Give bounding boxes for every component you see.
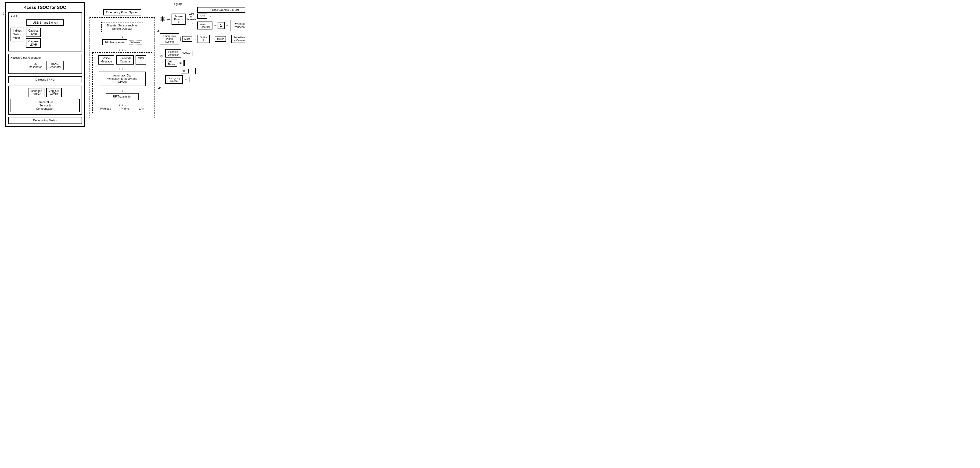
bottom-labels: Wireless Phone LAN bbox=[95, 107, 150, 110]
right-bottom-section: 4c Portable Computer WMAX Cell Phone 3G … bbox=[160, 49, 245, 84]
disaster-sensor-box: Disaater Sensor such as Smoke Detector bbox=[101, 22, 143, 32]
arrow-motor-surveillance: → bbox=[227, 37, 230, 41]
temp-sensor-box: Temperature Sensor & Compensation bbox=[11, 99, 80, 112]
three-col: Voice Message DualMode Camera GPS bbox=[95, 55, 150, 65]
pmu-section: PMU USB Smart Switch Indless Switch Mode… bbox=[8, 13, 82, 51]
wireless-bottom-label: Wireless bbox=[100, 107, 111, 110]
portable-computer-box: Portable Computer bbox=[165, 49, 181, 58]
arrow-gps-sigma: → bbox=[208, 14, 212, 18]
double-line-cell bbox=[183, 60, 185, 66]
arrow-moto-optical: → bbox=[193, 37, 197, 41]
emergency-pump-system-box: Emergency Pump System bbox=[160, 33, 179, 45]
phone-label: Phone bbox=[121, 107, 129, 110]
double-line-emergency bbox=[189, 77, 190, 82]
right-side-components: Phase Call Auto-Dial List GPS → Voice Re… bbox=[197, 7, 245, 31]
bottom-devices: Portable Computer WMAX Cell Phone 3G 911… bbox=[165, 49, 196, 84]
label-4-4m: 4 (4m) bbox=[173, 2, 245, 6]
motor-box: Motor bbox=[215, 36, 226, 42]
wireless-transceiver-box: Wireless Transceiver bbox=[230, 20, 245, 31]
emergency-notice-box: Emergency Notice bbox=[165, 75, 183, 84]
arrow-pump-moto: | bbox=[180, 37, 181, 41]
arrow-to-emergency: ← bbox=[184, 78, 188, 81]
xtaless-section: Xtaless Clock Generator LC Resonator RC/… bbox=[8, 54, 82, 74]
label-4: 4 bbox=[2, 2, 5, 16]
right-block: 4 (4m) ✳ → Smoke Detecto r Wire or Wirel… bbox=[160, 2, 245, 84]
capfree-ldvr-box: Capfree LDVR bbox=[26, 38, 41, 48]
arrow-sigma-transceiver: → bbox=[226, 24, 229, 27]
right-row-2: Emergency Pump System | Moto → Optica l … bbox=[160, 33, 245, 45]
wmax-label: WMAX bbox=[183, 52, 191, 55]
arrow-4: ↓ bbox=[95, 88, 150, 93]
gps-middle-box: GPS bbox=[135, 55, 146, 65]
inner-dashed-box: Voice Message DualMode Camera GPS ↓ ↓ ↓ … bbox=[92, 53, 152, 113]
dualmode-camera-box: DualMode Camera bbox=[116, 55, 134, 65]
arrow-fire-smoke: → bbox=[166, 17, 170, 22]
optical-box: Optica l bbox=[197, 35, 210, 43]
rf-transmitter-box: RF Transmitter bbox=[106, 93, 138, 100]
911-row: 911 ← bbox=[165, 68, 196, 74]
cell-phone-box: Cell Phone bbox=[165, 59, 177, 67]
emergency-pump-top-box: Emergency Pump System bbox=[103, 10, 142, 16]
emergency-notice-row: Emergency Notice ← bbox=[165, 75, 196, 84]
lan-label: LAN bbox=[139, 107, 144, 110]
gps-right-box: GPS bbox=[197, 14, 207, 19]
lc-resonator-box: LC Resonator bbox=[27, 61, 44, 70]
arrow-wire-wireless: → bbox=[189, 21, 194, 26]
right-row-1: ✳ → Smoke Detecto r Wire or Wireless → P… bbox=[160, 7, 245, 31]
rc-ic-resonator-box: RC/IC Resonator bbox=[46, 61, 64, 70]
arrow-5: ↓ ↓ ↓ bbox=[95, 102, 150, 107]
arrow-1: ↓ bbox=[92, 35, 152, 39]
fire-icon: ✳ bbox=[160, 16, 165, 23]
arrow-3: ↓ ↓ ↓ bbox=[95, 67, 150, 71]
moto-box: Moto bbox=[182, 36, 192, 42]
arrow-voice-sigma: → bbox=[213, 24, 217, 27]
right-top-diagram: 4 (4m) ✳ → Smoke Detecto r Wire or Wirel… bbox=[160, 2, 245, 45]
surveillance-camera-box: Surveillanc e Camera bbox=[231, 35, 245, 43]
voice-recorder-box: Voice Recorder bbox=[197, 22, 212, 29]
middle-block: 4m 4b Disaater Sensor such as Smoke Dete… bbox=[89, 17, 155, 118]
arrow-to-911: ← bbox=[190, 69, 193, 73]
3g-label: 3G bbox=[178, 62, 182, 64]
debouncing-switch-box: Debouncing Switch bbox=[8, 117, 82, 124]
911-box: 911 bbox=[181, 69, 189, 73]
rf-transceiver-box: RF Transceiver bbox=[102, 39, 127, 45]
auto-dial-box: Automatic Dial Wireless/Internet/Phone W… bbox=[99, 72, 146, 86]
middle-block-wrapper: Emergency Pump System 4m 4b Disaater Sen… bbox=[89, 10, 155, 118]
indless-switch-mode-box: Indless Switch Mode bbox=[11, 27, 24, 42]
arrow-2: ↓ ↓ ↓ bbox=[92, 48, 152, 52]
left-block: 4Less TSOC for SOC PMU USB Smart Switch … bbox=[5, 2, 85, 127]
bandgap-section: Bandgap RefGen Vbg_OK APOR Temperature S… bbox=[8, 86, 82, 115]
double-line-portable bbox=[192, 51, 193, 56]
main-title: 4Less TSOC for SOC bbox=[8, 5, 82, 10]
vbg-ok-apor-box: Vbg_OK APOR bbox=[46, 88, 62, 97]
smoke-detector-box: Smoke Detecto r bbox=[172, 14, 186, 25]
pmu-label: PMU bbox=[11, 15, 80, 18]
wireless-label-top: Wireless bbox=[129, 40, 142, 45]
label-4b: 4b bbox=[158, 86, 161, 90]
usb-smart-switch-box: USB Smart Switch bbox=[26, 19, 64, 26]
bandgap-refgen-box: Bandgap RefGen bbox=[29, 88, 45, 97]
label-4c: 4c bbox=[160, 49, 163, 57]
diolesss-box: Diolesss TRNG bbox=[8, 76, 82, 83]
voice-message-box: Voice Message bbox=[99, 55, 115, 65]
line-911 bbox=[195, 68, 196, 74]
arrow-optical-motor: → bbox=[211, 37, 214, 41]
cell-phone-row: Cell Phone 3G bbox=[165, 59, 196, 67]
phase-call-box: Phase Call Auto-Dial List bbox=[197, 7, 245, 13]
xtaless-label: Xtaless Clock Generator bbox=[11, 56, 80, 59]
capless-ldvr-box: Capless LDVR bbox=[26, 27, 41, 37]
rf-transceiver-row: RF Transceiver Wireless bbox=[92, 39, 152, 45]
wire-wireless-section: Wire or Wireless → bbox=[186, 13, 196, 26]
sigma-box: Σ bbox=[218, 22, 224, 29]
wire-wireless-label: Wire or Wireless bbox=[186, 13, 196, 21]
portable-computer-row: Portable Computer WMAX bbox=[165, 49, 196, 58]
